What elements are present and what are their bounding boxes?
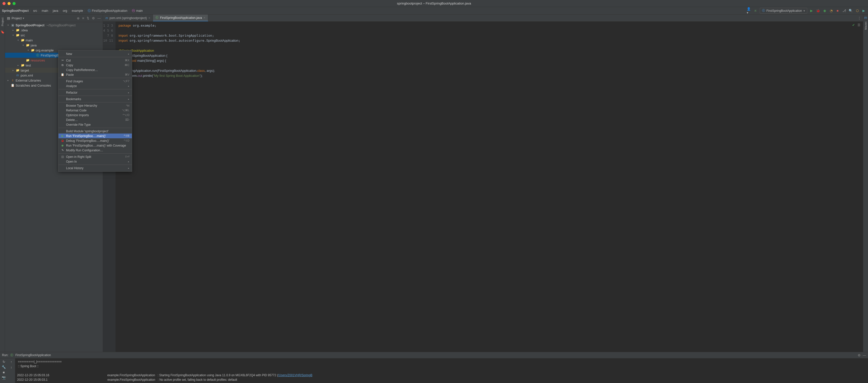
inspection-ok-icon[interactable]: ✔ xyxy=(852,23,855,27)
run-minimize-icon[interactable]: — xyxy=(863,353,866,357)
menu-open-in[interactable]: Open In▸ xyxy=(59,159,132,164)
menu-local-history[interactable]: Local History▸ xyxy=(59,166,132,170)
close-tab-icon[interactable]: × xyxy=(149,16,150,20)
project-tool-tab[interactable]: Project xyxy=(0,15,4,28)
breadcrumb-item[interactable]: main xyxy=(42,9,48,12)
breadcrumb-item[interactable]: FirstSpringBootApplication xyxy=(92,9,127,12)
breadcrumb-item[interactable]: main xyxy=(136,9,143,12)
run-settings-icon[interactable]: ⚙ xyxy=(858,353,861,357)
down-icon[interactable]: ↓ xyxy=(10,365,12,369)
menu-copy-path[interactable]: Copy Path/Reference… xyxy=(59,67,132,72)
editor-tabs: m pom.xml (springbootproject) × ⓒ FirstS… xyxy=(103,14,863,22)
run-configuration-select[interactable]: ⓒ FirstSpringBootApplication ▾ xyxy=(760,8,807,13)
run-config-label: FirstSpringBootApplication xyxy=(767,9,802,12)
build-icon[interactable]: ⤨ xyxy=(753,8,758,13)
code-editor[interactable]: package org.example; import org.springfr… xyxy=(116,22,863,352)
menu-cut[interactable]: ✂Cut⌘X xyxy=(59,58,132,63)
project-panel-icon: ▤ xyxy=(7,16,10,20)
breadcrumbs: SpringBootProject〉 src〉 main〉 java〉 org〉… xyxy=(2,8,747,13)
up-icon[interactable]: ↑ xyxy=(10,360,12,364)
menu-open-split[interactable]: ◫Open in Right Split⇧⏎ xyxy=(59,154,132,159)
breadcrumb-item[interactable]: SpringBootProject xyxy=(2,9,29,12)
minimize-icon[interactable]: — xyxy=(97,16,101,20)
menu-delete[interactable]: Delete…⌦ xyxy=(59,118,132,122)
menu-find-usages[interactable]: Find Usages⌥F7 xyxy=(59,79,132,84)
menu-debug[interactable]: 🐞Debug 'FirstSpringBoo….main()'^⇧D xyxy=(59,138,132,143)
search-icon[interactable]: 🔍 xyxy=(848,8,853,13)
reader-mode-icon[interactable]: ☰ xyxy=(858,23,861,27)
tree-root[interactable]: ▾▣SpringBootProject~/SpringBootProject xyxy=(5,23,103,28)
menu-coverage[interactable]: ◉Run 'FirstSpringBoo….main()' with Cover… xyxy=(59,143,132,148)
breadcrumb-item[interactable]: java xyxy=(53,9,58,12)
menu-reformat[interactable]: Reformat Code⌥⌘L xyxy=(59,108,132,113)
profile-button[interactable]: ◔ xyxy=(829,8,833,13)
ide-updates-icon[interactable]: ⬡ xyxy=(855,8,860,13)
breadcrumb-item[interactable]: src xyxy=(33,9,37,12)
navigation-bar: SpringBootProject〉 src〉 main〉 java〉 org〉… xyxy=(0,7,868,14)
window-title: springbootproject – FirstSpringBootAppli… xyxy=(397,1,471,5)
minimize-window-button[interactable] xyxy=(7,2,10,5)
right-tool-gutter: m Maven xyxy=(863,14,868,352)
stop-run-icon[interactable]: ■ xyxy=(3,371,5,374)
tree-folder-src[interactable]: ▾📁src xyxy=(5,33,103,38)
run-tool-window: Run: ⓒ FirstSpringBootApplication ⚙ — ↻ … xyxy=(0,352,868,383)
stop-button[interactable]: ■ xyxy=(835,8,840,13)
menu-analyze[interactable]: Analyze▸ xyxy=(59,84,132,88)
menu-modify-run[interactable]: ✎Modify Run Configuration… xyxy=(59,148,132,153)
menu-override[interactable]: Override File Type xyxy=(59,122,132,127)
menu-copy[interactable]: ⧉Copy⌘C xyxy=(59,63,132,67)
run-config-name: FirstSpringBootApplication xyxy=(15,353,51,357)
tab-label: pom.xml (springbootproject) xyxy=(110,16,147,20)
tree-folder-java[interactable]: ▾📁java xyxy=(5,43,103,48)
wrench-icon[interactable]: 🔧 xyxy=(2,365,6,369)
menu-refactor[interactable]: Refactor▸ xyxy=(59,90,132,95)
menu-new[interactable]: New▸ xyxy=(59,52,132,56)
maximize-window-button[interactable] xyxy=(12,2,16,5)
project-panel-title: Project xyxy=(11,16,22,20)
maven-tool-icon[interactable]: m xyxy=(864,15,867,20)
menu-bookmarks[interactable]: Bookmarks▸ xyxy=(59,97,132,101)
close-tab-icon[interactable]: × xyxy=(204,16,206,20)
close-window-button[interactable] xyxy=(2,2,5,5)
settings-icon[interactable]: ⚙ xyxy=(92,16,95,20)
vcs-icon[interactable]: ⎇ xyxy=(842,8,846,13)
menu-run[interactable]: ▶Run 'FirstSpringBoo….main()'^⇧R xyxy=(59,133,132,138)
editor-tab-pom[interactable]: m pom.xml (springbootproject) × xyxy=(103,14,153,21)
tab-label: FirstSpringBootApplication.java xyxy=(160,16,202,20)
camera-icon[interactable]: 📷 xyxy=(2,376,6,380)
breadcrumb-item[interactable]: example xyxy=(71,9,83,12)
run-label: Run: xyxy=(2,353,8,357)
run-button[interactable]: ▶ xyxy=(809,8,814,13)
breadcrumb-item[interactable]: org xyxy=(63,9,67,12)
code-with-me-icon[interactable]: ▶ xyxy=(862,8,866,13)
debug-button[interactable]: 🐞 xyxy=(816,8,820,13)
editor-area: m pom.xml (springbootproject) × ⓒ FirstS… xyxy=(103,14,863,352)
editor-tab-app[interactable]: ⓒ FirstSpringBootApplication.java × xyxy=(153,14,208,21)
tree-folder-main[interactable]: ▾📁main xyxy=(5,38,103,43)
tree-folder-idea[interactable]: ▸📁.idea xyxy=(5,28,103,33)
expand-all-icon[interactable]: ≡ xyxy=(82,16,84,20)
console-output[interactable]: =========|_|============== :: Spring Boo… xyxy=(15,358,868,383)
select-opened-file-icon[interactable]: ⊕ xyxy=(77,16,80,20)
menu-build[interactable]: Build Module 'springbootproject' xyxy=(59,129,132,133)
add-user-icon[interactable]: 👤▾ xyxy=(747,8,751,13)
menu-optimize[interactable]: Optimize Imports^⌥O xyxy=(59,113,132,118)
context-menu: New▸ ✂Cut⌘X ⧉Copy⌘C Copy Path/Reference…… xyxy=(58,50,132,172)
tabs-menu-icon[interactable]: ⋮ xyxy=(858,16,861,20)
maven-tool-tab[interactable]: Maven xyxy=(864,20,868,32)
rerun-icon[interactable]: ↻ xyxy=(2,360,5,364)
menu-paste[interactable]: 📋Paste⌘V xyxy=(59,72,132,77)
menu-browse-hierarchy[interactable]: Browse Type Hierarchy^H xyxy=(59,103,132,108)
collapse-all-icon[interactable]: ⇅ xyxy=(87,16,89,20)
title-bar: springbootproject – FirstSpringBootAppli… xyxy=(0,0,868,7)
coverage-button[interactable]: ◉ xyxy=(822,8,827,13)
bookmarks-tool-icon[interactable]: 🔖 xyxy=(0,30,5,34)
left-tool-gutter: Project 🔖 xyxy=(0,14,5,352)
